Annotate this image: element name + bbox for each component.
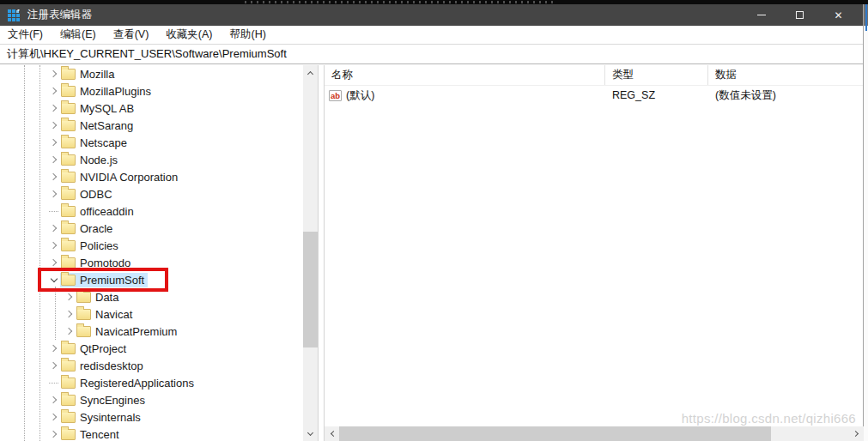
tree-item-content[interactable]: MozillaPlugins — [60, 84, 155, 99]
tree-item-content[interactable]: Pomotodo — [60, 256, 134, 270]
maximize-button[interactable] — [780, 4, 819, 26]
tree-item-content[interactable]: Netscape — [60, 136, 131, 150]
tree-item[interactable]: ODBC — [0, 185, 303, 202]
tree-item-content[interactable]: SyncEngines — [60, 393, 149, 408]
tree-item-content[interactable]: officeaddin — [60, 204, 137, 219]
chevron-right-icon[interactable] — [62, 324, 76, 338]
minimize-icon — [757, 15, 766, 15]
tree-item-content[interactable]: redisdesktop — [60, 359, 147, 373]
chevron-right-icon[interactable] — [46, 221, 61, 235]
chevron-right-icon[interactable] — [46, 170, 61, 184]
menu-item-edit[interactable]: 编辑(E) — [52, 26, 105, 44]
chevron-right-icon[interactable] — [46, 239, 61, 252]
tree-item[interactable]: Mozilla — [0, 65, 303, 82]
tree-item-label: redisdesktop — [80, 359, 143, 372]
tree-item[interactable]: SyncEngines — [0, 391, 303, 408]
tree-item[interactable]: redisdesktop — [0, 357, 303, 374]
tree-item-content[interactable]: PremiumSoft — [60, 273, 148, 287]
folder-icon — [61, 189, 76, 200]
tree-item-content[interactable]: Data — [76, 290, 122, 305]
background-window-accent-line — [865, 4, 867, 31]
value-name-cell[interactable]: ab(默认) — [325, 88, 605, 103]
tree-item-content[interactable]: Mozilla — [60, 67, 118, 82]
tree-item[interactable]: Netscape — [0, 134, 303, 151]
values-horizontal-scrollbar[interactable] — [325, 426, 864, 441]
chevron-right-icon[interactable] — [46, 136, 61, 149]
chevron-right-icon[interactable] — [46, 359, 61, 372]
chevron-right-icon — [853, 431, 859, 437]
tree-item-content[interactable]: Tencent — [60, 427, 123, 441]
tree-item-content[interactable]: Policies — [60, 239, 122, 253]
menu-item-file[interactable]: 文件(F) — [0, 26, 52, 44]
address-bar[interactable]: 计算机\HKEY_CURRENT_USER\Software\PremiumSo… — [0, 45, 863, 64]
folder-icon — [61, 137, 76, 148]
column-header-type[interactable]: 类型 — [605, 65, 708, 85]
tree-item[interactable]: NavicatPremium — [0, 323, 303, 340]
tree-item-content[interactable]: QtProject — [60, 341, 130, 356]
chevron-right-icon[interactable] — [46, 256, 61, 269]
column-header-name[interactable]: 名称 — [325, 65, 605, 85]
folder-icon — [61, 86, 76, 97]
tree-item[interactable]: Tencent — [0, 426, 303, 441]
tree-item-label: PremiumSoft — [80, 274, 144, 287]
value-row[interactable]: ab(默认)REG_SZ(数值未设置) — [325, 86, 863, 105]
tree-item[interactable]: NVIDIA Corporation — [0, 168, 303, 185]
column-header-data[interactable]: 数据 — [708, 65, 863, 85]
tree-pane: MozillaMozillaPluginsMySQL ABNetSarangNe… — [0, 65, 319, 441]
scroll-right-button[interactable] — [849, 426, 864, 441]
close-button[interactable]: ✕ — [819, 4, 858, 26]
tree-item-label: SyncEngines — [80, 394, 145, 407]
chevron-right-icon[interactable] — [62, 290, 76, 304]
tree-item-content[interactable]: MySQL AB — [60, 101, 137, 116]
tree-item[interactable]: Policies — [0, 237, 303, 254]
tree-item[interactable]: MozillaPlugins — [0, 82, 303, 100]
tree-item-content[interactable]: Node.js — [60, 153, 121, 167]
chevron-right-icon[interactable] — [46, 393, 61, 407]
chevron-right-icon[interactable] — [46, 84, 61, 98]
chevron-right-icon[interactable] — [46, 153, 61, 166]
tree-item[interactable]: Sysinternals — [0, 408, 303, 426]
tree-item[interactable]: Oracle — [0, 220, 303, 237]
tree-item-label: NetSarang — [80, 119, 133, 132]
tree-item-content[interactable]: ODBC — [60, 187, 116, 202]
tree-item-content[interactable]: Oracle — [60, 221, 116, 236]
chevron-right-icon[interactable] — [46, 101, 61, 115]
folder-icon — [61, 154, 76, 166]
tree-item[interactable]: MySQL AB — [0, 100, 303, 117]
window-title: 注册表编辑器 — [27, 8, 92, 22]
tree-item[interactable]: Data — [0, 288, 303, 305]
folder-icon — [61, 240, 76, 251]
chevron-right-icon[interactable] — [46, 187, 61, 201]
tree-item-content[interactable]: Sysinternals — [60, 410, 144, 425]
menu-item-view[interactable]: 查看(V) — [105, 26, 158, 44]
tree-item[interactable]: PremiumSoft — [0, 271, 303, 288]
chevron-right-icon[interactable] — [46, 341, 61, 355]
scroll-left-button[interactable] — [325, 426, 339, 441]
tree-item-content[interactable]: NetSarang — [60, 118, 137, 133]
tree-item[interactable]: officeaddin — [0, 202, 303, 220]
tree-item[interactable]: Node.js — [0, 151, 303, 168]
tree-scrollbar-thumb[interactable] — [303, 232, 318, 347]
menu-item-help[interactable]: 帮助(H) — [221, 26, 274, 44]
menu-item-favorites[interactable]: 收藏夹(A) — [157, 26, 221, 44]
tree-item-content[interactable]: NavicatPremium — [76, 324, 180, 339]
chevron-right-icon[interactable] — [46, 410, 61, 424]
scroll-up-button[interactable] — [303, 65, 318, 80]
tree-vertical-scrollbar[interactable] — [303, 65, 318, 441]
chevron-right-icon[interactable] — [46, 427, 61, 441]
minimize-button[interactable] — [742, 4, 780, 26]
tree-item[interactable]: NetSarang — [0, 117, 303, 134]
tree-item[interactable]: Pomotodo — [0, 254, 303, 271]
tree-item[interactable]: Navicat — [0, 305, 303, 323]
values-scrollbar-thumb[interactable] — [339, 426, 771, 441]
tree-item-content[interactable]: NVIDIA Corporation — [60, 170, 181, 184]
chevron-right-icon[interactable] — [62, 307, 76, 321]
tree-item-content[interactable]: Navicat — [76, 307, 136, 322]
tree-item[interactable]: RegisteredApplications — [0, 374, 303, 391]
chevron-right-icon[interactable] — [46, 118, 61, 132]
chevron-right-icon[interactable] — [46, 67, 61, 81]
tree-item[interactable]: QtProject — [0, 340, 303, 357]
tree-item-content[interactable]: RegisteredApplications — [60, 376, 197, 390]
chevron-down-icon[interactable] — [46, 273, 61, 287]
scroll-down-button[interactable] — [303, 426, 318, 441]
